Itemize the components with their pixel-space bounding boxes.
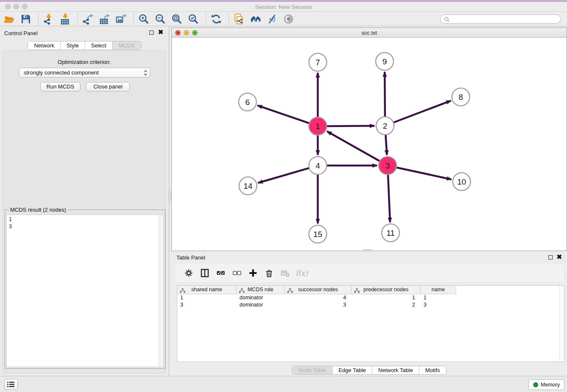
home-icon[interactable] [250,13,261,25]
cell-name[interactable]: 3 [421,301,456,309]
horizontal-splitter-handle[interactable] [363,249,372,251]
window-title: Session: New Session [0,4,567,10]
column-header-name[interactable]: name [421,286,456,294]
column-header-shared-name[interactable]: shared name [177,286,237,294]
tab-motifs[interactable]: Motifs [419,366,446,374]
export-image-icon[interactable] [115,13,127,25]
mcds-result-textarea[interactable]: 13 [6,215,164,367]
table-row[interactable]: 3dominator323 [177,301,564,309]
column-header-MCDS-role[interactable]: MCDS role [237,286,285,294]
memory-button[interactable]: Memory [528,379,564,390]
mcds-tab-content: Optimization criterion: strongly connect… [3,50,166,373]
result-scrollbar[interactable] [159,215,163,367]
column-header-predecessor-nodes[interactable]: predecessor nodes [352,286,421,294]
vertical-splitter-handle[interactable] [168,191,171,201]
zoom-out-icon[interactable] [154,13,166,25]
tree-icon [180,287,185,295]
zoom-in-icon[interactable] [138,13,150,25]
import-table-icon[interactable] [59,13,71,25]
graph-node-2[interactable]: 2 [376,117,394,135]
graph-node-4[interactable]: 4 [309,157,327,174]
gear-icon[interactable] [183,268,194,278]
network-canvas[interactable]: 7968124314101511 [172,38,567,251]
cell-shared-name[interactable]: 1 [177,294,237,301]
table-row[interactable]: 1dominator411 [177,294,564,301]
hide-details-icon[interactable] [266,13,278,25]
graph-edge-3-10[interactable] [396,168,451,179]
zoom-fit-icon[interactable] [171,13,183,25]
search-input[interactable] [451,15,557,23]
graph-node-9[interactable]: 9 [376,52,394,70]
open-folder-icon[interactable] [3,13,15,25]
cell-predecessor-nodes[interactable]: 2 [352,301,421,309]
columns-icon[interactable] [199,268,210,278]
node-label: 7 [316,58,320,67]
table-scrollbar[interactable] [559,286,564,362]
node-label: 3 [385,161,390,170]
network-graph[interactable]: 7968124314101511 [172,38,567,251]
tab-network-table[interactable]: Network Table [372,366,419,374]
close-panel-button[interactable]: Close panel [86,82,130,91]
select-all-icon[interactable] [215,268,226,278]
cell-successor-nodes[interactable]: 4 [285,294,352,301]
graph-node-10[interactable]: 10 [453,173,471,190]
tab-style[interactable]: Style [61,41,85,50]
toolbar-divider [77,14,78,25]
refresh-icon[interactable] [210,13,222,25]
criterion-selected-value: strongly connected component [24,69,99,76]
task-history-button[interactable] [4,379,18,390]
graph-edge-3-11[interactable] [388,174,390,222]
run-mcds-button[interactable]: Run MCDS [40,82,80,91]
toolbar-divider [133,14,134,25]
zoom-selected-icon[interactable] [187,13,199,25]
network-from-file-icon[interactable] [233,13,245,25]
table-panel-close-icon[interactable]: ✖ [556,254,562,260]
graph-edge-2-8[interactable] [394,101,451,123]
mcds-result-title: MCDS result (2 nodes) [8,207,68,213]
function-icon: f(x) [296,268,307,278]
tab-network[interactable]: Network [28,41,61,50]
unselect-all-icon[interactable] [231,268,242,278]
cell-name[interactable]: 1 [421,294,456,301]
graph-node-14[interactable]: 14 [239,177,257,195]
cell-successor-nodes[interactable]: 3 [285,301,352,309]
export-network-icon[interactable] [82,13,94,25]
table-panel-float-icon[interactable] [548,255,553,259]
node-label: 15 [313,230,322,239]
control-panel-float-icon[interactable] [149,30,154,35]
tab-edge-table[interactable]: Edge Table [333,366,372,374]
graph-edge-2-3[interactable] [385,135,387,155]
graph-node-8[interactable]: 8 [452,88,470,106]
control-panel-close-icon[interactable]: ✖ [158,29,163,36]
graph-node-1[interactable]: 1 [309,117,327,135]
cell-predecessor-nodes[interactable]: 1 [352,294,421,301]
cell-shared-name[interactable]: 3 [177,301,237,309]
graph-edge-1-2[interactable] [327,126,374,126]
graph-edge-3-1[interactable] [327,131,380,161]
eye-icon[interactable] [283,13,295,25]
network-window-title: scc.txt [172,30,567,36]
search-box[interactable] [440,14,561,24]
add-icon[interactable] [248,268,259,278]
graph-node-15[interactable]: 15 [309,225,327,243]
save-icon[interactable] [20,13,32,25]
toolbar-divider [228,14,229,25]
search-icon [444,17,450,22]
export-table-icon[interactable] [99,13,110,25]
graph-node-7[interactable]: 7 [309,53,327,71]
cell-MCDS-role[interactable]: dominator [237,301,285,309]
graph-edge-4-14[interactable] [258,168,309,183]
graph-node-3[interactable]: 3 [379,157,396,174]
control-panel-title: Control Panel [4,30,38,36]
import-network-icon[interactable] [43,13,55,25]
graph-edge-2-9[interactable] [385,72,385,117]
trash-icon[interactable] [264,268,275,278]
tab-mcds[interactable]: MCDS [113,41,140,50]
graph-node-6[interactable]: 6 [239,93,256,111]
tab-node-table[interactable]: Node Table [292,366,333,374]
column-header-successor-nodes[interactable]: successor nodes [285,286,352,294]
tab-select[interactable]: Select [85,41,113,50]
graph-node-11[interactable]: 11 [382,224,399,242]
criterion-select[interactable]: strongly connected component [19,68,150,77]
graph-edge-1-6[interactable] [258,105,310,123]
